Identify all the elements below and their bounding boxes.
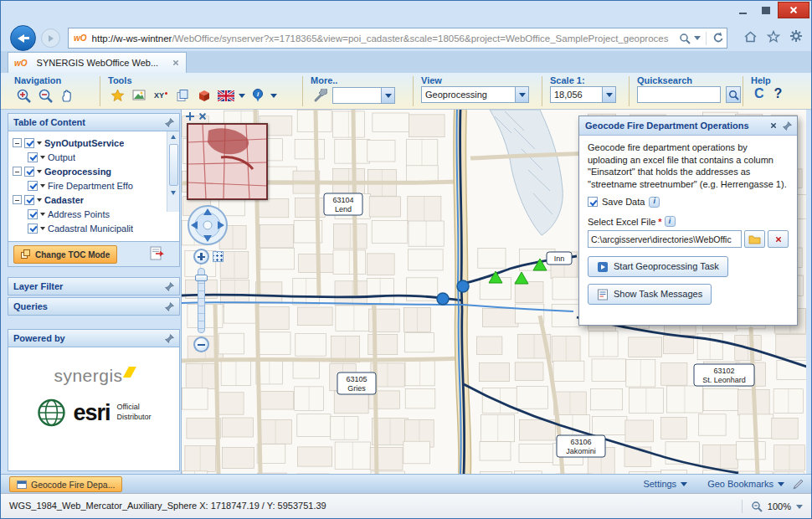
address-bar[interactable]: wO http://w-ws-wintner/WebOffice/synserv… <box>68 28 727 49</box>
toc-node-geoprocessing[interactable]: Geoprocessing <box>13 164 177 178</box>
show-task-messages-button[interactable]: Show Task Messages <box>588 284 712 305</box>
settings-menu[interactable]: Settings <box>643 479 687 489</box>
toc-node-address-points[interactable]: Address Points <box>13 207 177 221</box>
select-copy-icon[interactable] <box>173 86 192 105</box>
layer-checkbox[interactable] <box>28 181 38 191</box>
toc-panel-header[interactable]: Table of Content <box>8 113 180 131</box>
print-image-icon[interactable] <box>130 86 148 105</box>
close-button[interactable] <box>778 2 809 18</box>
collapse-icon[interactable] <box>13 167 22 176</box>
info-icon[interactable]: i <box>649 197 660 208</box>
layer-checkbox[interactable] <box>28 152 38 162</box>
view-select[interactable]: Geoprocessing <box>421 86 529 103</box>
layer-menu-caret-icon[interactable] <box>40 227 45 230</box>
geo-bookmarks-menu[interactable]: Geo Bookmarks <box>707 479 784 489</box>
wrench-icon[interactable] <box>311 86 329 105</box>
scale-select-trigger[interactable] <box>602 86 616 103</box>
layer-checkbox[interactable] <box>24 138 34 148</box>
autocomplete-caret-icon[interactable] <box>694 36 701 40</box>
pan-compass[interactable] <box>186 203 229 247</box>
url-text[interactable]: http://w-ws-wintner/WebOffice/synserver?… <box>92 33 679 44</box>
layer-checkbox[interactable] <box>28 209 38 219</box>
zoom-in-map-button[interactable] <box>193 249 209 265</box>
geoprocessing-panel-header[interactable]: Geocode Fire Department Operations <box>579 116 797 136</box>
zoom-out-button[interactable] <box>36 86 54 105</box>
toc-node-cadastral-municipalities[interactable]: Cadastral Municipalit <box>13 221 177 235</box>
active-task-button[interactable]: Geocode Fire Depa... <box>9 476 122 492</box>
layer-menu-caret-icon[interactable] <box>37 170 42 173</box>
favorites-tool-icon[interactable] <box>108 86 126 105</box>
contact-button[interactable]: C <box>754 86 764 101</box>
panel-close-icon[interactable] <box>770 122 777 129</box>
overview-close-icon[interactable] <box>198 112 207 121</box>
layer-menu-caret-icon[interactable] <box>40 213 45 216</box>
info-icon[interactable]: i <box>665 216 676 227</box>
search-icon[interactable] <box>679 33 691 44</box>
more-select-trigger[interactable] <box>381 87 395 104</box>
excel-file-input[interactable] <box>588 230 742 248</box>
layer-menu-caret-icon[interactable] <box>37 198 42 202</box>
start-geoprocessing-button[interactable]: Start Geoprocessing Task <box>588 256 728 277</box>
xy-coordinates-icon[interactable]: XY <box>152 86 170 105</box>
pin-icon[interactable] <box>783 121 792 131</box>
gear-icon[interactable] <box>789 29 803 43</box>
layer-filter-panel-header[interactable]: Layer Filter <box>8 277 180 295</box>
language-flag-icon[interactable] <box>217 86 235 105</box>
operation-marker-blue[interactable] <box>457 280 469 292</box>
zoom-in-button[interactable] <box>14 86 33 105</box>
language-caret-icon[interactable] <box>239 94 245 98</box>
save-data-checkbox[interactable] <box>588 197 598 207</box>
pin-icon[interactable] <box>165 118 174 127</box>
overview-map[interactable] <box>187 123 268 200</box>
redlining-cube-icon[interactable] <box>195 86 213 105</box>
browse-file-button[interactable] <box>744 230 765 248</box>
more-select[interactable] <box>332 87 395 104</box>
view-select-trigger[interactable] <box>515 86 529 103</box>
zoom-slider[interactable] <box>198 268 205 333</box>
layer-checkbox[interactable] <box>24 167 34 177</box>
clear-file-button[interactable] <box>768 230 789 248</box>
toc-node-fire-department[interactable]: Fire Department Effo <box>13 178 177 193</box>
toc-node-output[interactable]: Output <box>13 150 177 164</box>
layer-menu-caret-icon[interactable] <box>37 141 42 145</box>
change-toc-mode-button[interactable]: Change TOC Mode <box>13 245 117 264</box>
move-overview-icon[interactable] <box>186 112 194 121</box>
minimize-button[interactable] <box>731 2 754 18</box>
scroll-up-icon[interactable] <box>167 131 179 142</box>
layer-checkbox[interactable] <box>24 195 34 205</box>
browser-zoom-control[interactable]: 100% <box>742 500 803 513</box>
forward-button[interactable] <box>41 28 60 48</box>
quicksearch-input[interactable] <box>637 86 721 103</box>
redline-pencil-icon[interactable] <box>792 478 804 492</box>
layer-menu-caret-icon[interactable] <box>40 156 45 159</box>
help-button[interactable]: ? <box>774 86 783 101</box>
maximize-button[interactable] <box>754 2 778 18</box>
collapse-icon[interactable] <box>13 138 22 147</box>
toc-node-synoutputservice[interactable]: SynOutputService <box>13 136 177 150</box>
collapse-icon[interactable] <box>13 195 22 204</box>
scale-select[interactable]: 18,056 <box>550 86 616 103</box>
queries-panel-header[interactable]: Queries <box>8 297 180 316</box>
zoom-extent-button[interactable] <box>213 251 224 262</box>
export-pdf-button[interactable] <box>149 246 164 261</box>
operation-marker-blue[interactable] <box>437 293 449 305</box>
home-icon[interactable] <box>743 30 758 43</box>
back-button[interactable] <box>10 25 36 51</box>
zoom-slider-handle[interactable] <box>195 275 208 281</box>
pin-icon[interactable] <box>165 302 174 311</box>
quicksearch-button[interactable] <box>726 86 741 103</box>
pin-icon[interactable] <box>165 334 174 343</box>
pan-hand-button[interactable] <box>58 86 76 105</box>
tab-close-icon[interactable] <box>172 59 179 66</box>
layer-menu-caret-icon[interactable] <box>40 184 45 188</box>
info-caret-icon[interactable] <box>270 94 277 98</box>
favorites-star-icon[interactable] <box>767 30 780 43</box>
powered-by-panel-header[interactable]: Powered by <box>8 329 180 347</box>
toc-scrollbar[interactable] <box>167 131 179 212</box>
pin-icon[interactable] <box>165 282 174 291</box>
map-info-icon[interactable]: i <box>249 86 267 105</box>
tab-weboffice[interactable]: wO SYNERGIS WebOffice Web... <box>8 52 187 73</box>
scroll-thumb[interactable] <box>169 144 178 186</box>
zoom-out-map-button[interactable] <box>193 337 209 352</box>
toc-node-cadaster[interactable]: Cadaster <box>13 193 177 207</box>
